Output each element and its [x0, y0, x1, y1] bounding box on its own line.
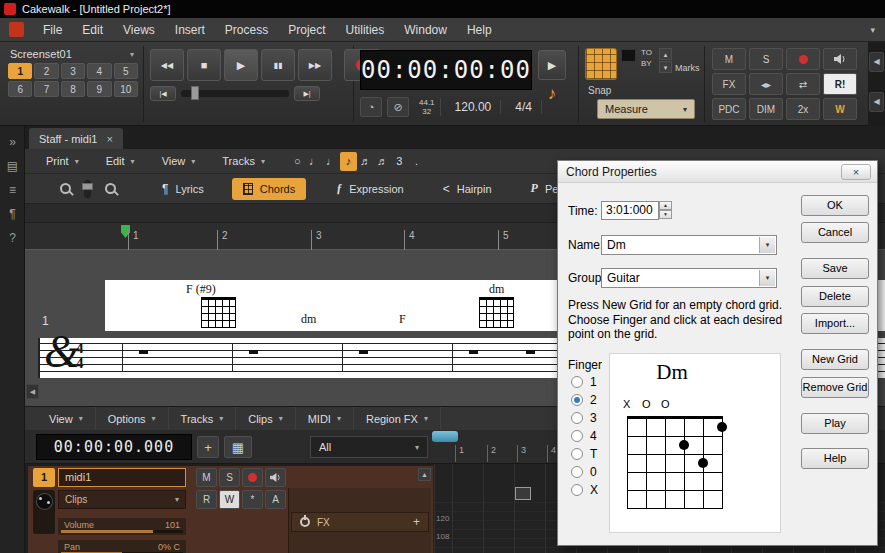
add-track-button[interactable]: +: [197, 436, 219, 458]
screenset-button-8[interactable]: 8: [61, 81, 85, 97]
edit-menu[interactable]: Edit▾: [97, 155, 144, 167]
time-input[interactable]: 3:01:000: [601, 201, 659, 220]
screenset-button-7[interactable]: 7: [34, 81, 58, 97]
record-arm-button[interactable]: [786, 48, 820, 70]
app-menu-icon[interactable]: [9, 22, 24, 37]
string-marker-o2[interactable]: O: [661, 398, 670, 410]
new-grid-button[interactable]: New Grid: [801, 349, 869, 370]
tv-tracks-menu[interactable]: Tracks▾: [169, 407, 237, 430]
duplicate-button[interactable]: ▦: [224, 436, 252, 458]
screenset-button-2[interactable]: 2: [34, 63, 58, 79]
screenset-button-5[interactable]: 5: [114, 63, 138, 79]
string-marker-x[interactable]: X: [623, 398, 630, 410]
radio-icon[interactable]: [571, 430, 583, 442]
cancel-button[interactable]: Cancel: [801, 222, 869, 243]
dialog-title-bar[interactable]: Chord Properties: [558, 161, 877, 183]
menu-file[interactable]: File: [33, 18, 72, 41]
hairpin-button[interactable]: <Hairpin: [432, 178, 503, 200]
add-fx-icon[interactable]: +: [413, 515, 420, 529]
go-to-end-button[interactable]: ▶|: [294, 86, 320, 101]
solo-button[interactable]: S: [749, 48, 783, 70]
view-menu[interactable]: View▾: [153, 155, 205, 167]
menu-utilities[interactable]: Utilities: [336, 18, 395, 41]
track-record-arm-button[interactable]: [242, 468, 263, 487]
snap-to-label[interactable]: TO: [641, 48, 652, 57]
menu-help[interactable]: Help: [457, 18, 502, 41]
thirtysecond-note-button[interactable]: ♬: [374, 152, 391, 171]
eighth-note-button[interactable]: ♪: [340, 152, 357, 171]
chord-symbol-f9[interactable]: F (#9): [186, 282, 216, 297]
help-button[interactable]: Help: [801, 448, 869, 469]
chords-button[interactable]: Chords: [232, 178, 306, 200]
fx-bin[interactable]: FX +: [288, 488, 431, 553]
zoom-out-button[interactable]: [98, 178, 122, 200]
tempo-display[interactable]: 120.00: [446, 100, 502, 114]
menu-window[interactable]: Window: [394, 18, 457, 41]
dim-button[interactable]: DIM: [749, 98, 783, 120]
track-mute-button[interactable]: M: [196, 468, 217, 487]
chevron-down-icon[interactable]: ▾: [759, 237, 775, 253]
radio-selected-icon[interactable]: [571, 394, 583, 406]
quarter-note-button[interactable]: ♩: [323, 152, 340, 171]
finger-dot[interactable]: [698, 458, 708, 468]
screenset-button-4[interactable]: 4: [87, 63, 111, 79]
tab-close-icon[interactable]: ×: [107, 133, 113, 145]
chord-diagram-panel[interactable]: Dm X O O: [609, 353, 781, 533]
finger-option-2[interactable]: 2: [571, 393, 597, 407]
inspector-panel-icon[interactable]: ≡: [0, 180, 25, 200]
power-icon[interactable]: [300, 517, 310, 527]
snap-by-label[interactable]: BY: [641, 59, 652, 68]
chevron-down-icon[interactable]: ▾: [130, 50, 134, 59]
finger-option-4[interactable]: 4: [571, 429, 597, 443]
spin-up-button[interactable]: ▲: [659, 201, 672, 210]
marks-up-icon[interactable]: ▴: [659, 48, 672, 60]
screenset-button-6[interactable]: 6: [8, 81, 32, 97]
freeze-button[interactable]: *: [242, 490, 263, 509]
transport-time-display[interactable]: 00:00:00:00: [360, 50, 532, 90]
tracks-menu[interactable]: Tracks▾: [213, 155, 274, 167]
menu-views[interactable]: Views: [113, 18, 165, 41]
rewind-button[interactable]: ◀◀: [150, 49, 184, 81]
now-time-display[interactable]: 00:00:00.000: [36, 434, 192, 460]
tv-options-menu[interactable]: Options▾: [96, 407, 169, 430]
zoom-slider[interactable]: [84, 180, 91, 198]
snap-resolution-dropdown[interactable]: Measure ▾: [597, 99, 695, 119]
screenset-button-3[interactable]: 3: [61, 63, 85, 79]
whole-note-button[interactable]: ○: [289, 152, 306, 171]
radio-icon[interactable]: [571, 448, 583, 460]
track-row-midi1[interactable]: 1 midi1 M S ▲ Clips ▾ R W * A Volume 101: [28, 466, 433, 553]
speaker-button[interactable]: [823, 48, 857, 70]
module-scroll-left-button[interactable]: ◀: [869, 52, 884, 72]
sample-rate-display[interactable]: 44.1 32: [414, 98, 441, 116]
position-slider[interactable]: [181, 90, 289, 97]
automation-read-button[interactable]: R: [196, 490, 217, 509]
screenset-button-9[interactable]: 9: [87, 81, 111, 97]
snap-aux-button[interactable]: [621, 49, 636, 62]
2x-button[interactable]: 2x: [786, 98, 820, 120]
menu-project[interactable]: Project: [278, 18, 335, 41]
module-scroll-left-button-2[interactable]: ◀: [869, 92, 884, 112]
edit-panel-icon[interactable]: ¶: [0, 204, 25, 224]
track-solo-button[interactable]: S: [219, 468, 240, 487]
scroll-left-button[interactable]: ◀: [26, 384, 39, 399]
chord-grid-diagram[interactable]: [200, 297, 238, 328]
half-note-button[interactable]: ♩: [306, 152, 323, 171]
finger-dot[interactable]: [717, 422, 727, 432]
finger-option-1[interactable]: 1: [571, 375, 597, 389]
browser-panel-icon[interactable]: ▤: [0, 156, 25, 176]
play-button[interactable]: ▶: [224, 49, 258, 81]
fx-row[interactable]: FX +: [291, 512, 429, 532]
spin-down-button[interactable]: ▼: [659, 210, 672, 219]
delete-button[interactable]: Delete: [801, 286, 869, 307]
lyrics-button[interactable]: ¶Lyrics: [151, 178, 215, 200]
write-automation-button[interactable]: W: [823, 98, 857, 120]
menu-overflow-icon[interactable]: ▾: [870, 25, 885, 35]
fretboard-grid[interactable]: [622, 416, 732, 514]
zoom-in-button[interactable]: [53, 178, 77, 200]
track-filter-dropdown[interactable]: All ▾: [310, 436, 428, 458]
pdc-button[interactable]: PDC: [712, 98, 746, 120]
finger-option-x[interactable]: X: [571, 483, 598, 497]
finger-option-3[interactable]: 3: [571, 411, 597, 425]
chord-grid-diagram[interactable]: [478, 297, 516, 328]
swap-button[interactable]: ⇄: [786, 73, 820, 95]
